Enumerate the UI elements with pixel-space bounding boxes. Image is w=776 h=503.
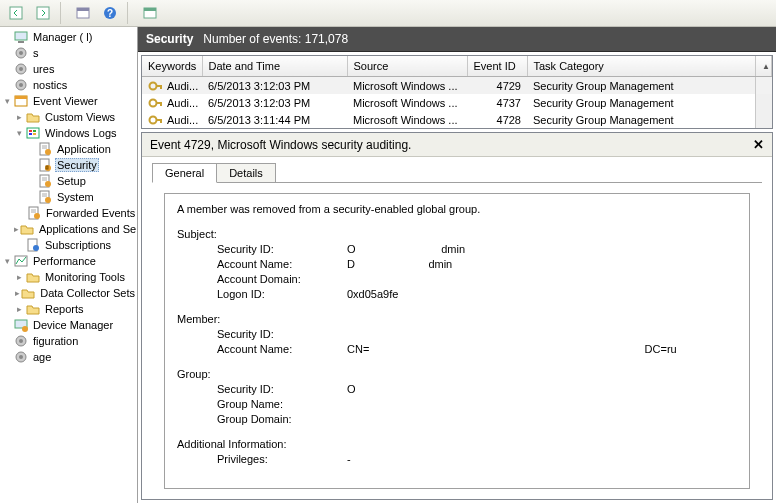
cell-datetime: 6/5/2013 3:12:03 PM <box>202 94 347 111</box>
toolbar-separator <box>127 2 133 24</box>
tree-item-label: Applications and Servic <box>37 223 138 235</box>
tree-item[interactable]: ▾Performance <box>0 253 137 269</box>
tab-details[interactable]: Details <box>216 163 276 182</box>
cell-category: Security Group Management <box>527 94 756 111</box>
tree-item[interactable]: Manager ( l) <box>0 29 137 45</box>
tree-item-label: Event Viewer <box>31 95 100 107</box>
tree-twist-icon[interactable]: ▸ <box>14 272 25 282</box>
event-row[interactable]: Audi...6/5/2013 3:12:03 PMMicrosoft Wind… <box>142 77 772 95</box>
svg-point-41 <box>34 213 40 219</box>
field-label: Logon ID: <box>177 287 347 302</box>
tree-item[interactable]: figuration <box>0 333 137 349</box>
toolbar-btn-nav-fwd[interactable] <box>31 1 55 25</box>
tree-twist-icon[interactable]: ▸ <box>14 112 25 122</box>
column-header[interactable]: Event ID <box>467 56 527 77</box>
folder-icon <box>25 109 41 125</box>
tree-twist-icon[interactable]: ▾ <box>2 256 13 266</box>
toolbar-btn-nav-back[interactable] <box>4 1 28 25</box>
svg-point-37 <box>45 197 51 203</box>
tree-twist-icon[interactable]: ▾ <box>14 128 25 138</box>
toolbar-btn-props[interactable] <box>71 1 95 25</box>
folder-icon <box>25 301 41 317</box>
toolbar-btn-refresh[interactable] <box>138 1 162 25</box>
column-header[interactable]: Keywords <box>142 56 202 77</box>
svg-rect-21 <box>29 133 32 135</box>
close-icon[interactable]: ✕ <box>753 137 764 152</box>
scroll-up-icon[interactable]: ▲ <box>756 56 772 77</box>
tab-general[interactable]: General <box>152 163 217 183</box>
tree-item-label: ures <box>31 63 56 75</box>
tree-item-label: Data Collector Sets <box>38 287 137 299</box>
svg-point-11 <box>19 51 23 55</box>
tree-item[interactable]: ▸Custom Views <box>0 109 137 125</box>
event-grid[interactable]: KeywordsDate and TimeSourceEvent IDTask … <box>141 55 773 129</box>
folder-icon <box>25 269 41 285</box>
svg-point-48 <box>19 339 23 343</box>
field-label: Security ID: <box>177 242 347 257</box>
svg-rect-17 <box>15 96 27 99</box>
cell-datetime: 6/5/2013 3:12:03 PM <box>202 77 347 95</box>
tree-item[interactable]: Forwarded Events <box>0 205 137 221</box>
tree-item-label: age <box>31 351 53 363</box>
tree-item[interactable]: Setup <box>0 173 137 189</box>
event-row[interactable]: Audi...6/5/2013 3:12:03 PMMicrosoft Wind… <box>142 94 772 111</box>
gear-icon <box>13 349 29 365</box>
tree-item[interactable]: ▾Event Viewer <box>0 93 137 109</box>
cell-category: Security Group Management <box>527 77 756 95</box>
svg-rect-8 <box>15 32 27 40</box>
field-value <box>347 397 737 412</box>
key-icon <box>148 96 164 110</box>
cell-source: Microsoft Windows ... <box>347 94 467 111</box>
field-value: O dmin <box>347 242 737 257</box>
tree-item[interactable]: System <box>0 189 137 205</box>
folder-icon <box>19 221 35 237</box>
event-row[interactable]: Audi...6/5/2013 3:11:44 PMMicrosoft Wind… <box>142 111 772 128</box>
tree-item-label: System <box>55 191 96 203</box>
cell-eventid: 4728 <box>467 111 527 128</box>
tree-item[interactable]: ▸Data Collector Sets <box>0 285 137 301</box>
gear-icon <box>13 61 29 77</box>
tree-twist-icon[interactable]: ▸ <box>14 304 25 314</box>
tree-item[interactable]: ▾Windows Logs <box>0 125 137 141</box>
tree-item[interactable]: ▸Reports <box>0 301 137 317</box>
column-header[interactable]: Date and Time <box>202 56 347 77</box>
cell-source: Microsoft Windows ... <box>347 77 467 95</box>
folder-icon <box>20 285 36 301</box>
toolbar-btn-help[interactable]: ? <box>98 1 122 25</box>
detail-body[interactable]: A member was removed from a security-ena… <box>164 193 750 489</box>
detail-tabs: General Details <box>142 157 772 182</box>
svg-point-13 <box>19 67 23 71</box>
tree-item-label: Setup <box>55 175 88 187</box>
tree-item[interactable]: ures <box>0 61 137 77</box>
section-heading: Additional Information: <box>177 437 737 452</box>
body: Manager ( l)suresnostics▾Event Viewer▸Cu… <box>0 27 776 503</box>
subs-icon <box>25 237 41 253</box>
tree-item-label: Manager ( l) <box>31 31 94 43</box>
tree-item[interactable]: Security <box>0 157 137 173</box>
svg-point-51 <box>150 82 157 89</box>
toolbar-separator <box>60 2 66 24</box>
detail-section: Group:Security ID:O Group Name: Group Do… <box>177 367 737 427</box>
detail-section: Member:Security ID: Account Name:CN= DC=… <box>177 312 737 357</box>
svg-point-50 <box>19 355 23 359</box>
tree-item[interactable]: ▸Applications and Servic <box>0 221 137 237</box>
column-header[interactable]: Source <box>347 56 467 77</box>
tree-item[interactable]: nostics <box>0 77 137 93</box>
svg-point-33 <box>45 181 51 187</box>
tree-item[interactable]: age <box>0 349 137 365</box>
nav-tree[interactable]: Manager ( l)suresnostics▾Event Viewer▸Cu… <box>0 27 138 503</box>
tree-item[interactable]: s <box>0 45 137 61</box>
gear-icon <box>13 333 29 349</box>
svg-point-54 <box>150 99 157 106</box>
detail-section: Additional Information:Privileges:- <box>177 437 737 467</box>
key-icon <box>148 79 164 93</box>
column-header[interactable]: Task Category <box>527 56 756 77</box>
svg-rect-22 <box>33 133 36 135</box>
detail-header: Event 4729, Microsoft Windows security a… <box>142 133 772 157</box>
tree-item-label: nostics <box>31 79 69 91</box>
tree-twist-icon[interactable]: ▾ <box>2 96 13 106</box>
tree-item[interactable]: ▸Monitoring Tools <box>0 269 137 285</box>
tree-item[interactable]: Device Manager <box>0 317 137 333</box>
tree-item[interactable]: Subscriptions <box>0 237 137 253</box>
tree-item[interactable]: Application <box>0 141 137 157</box>
